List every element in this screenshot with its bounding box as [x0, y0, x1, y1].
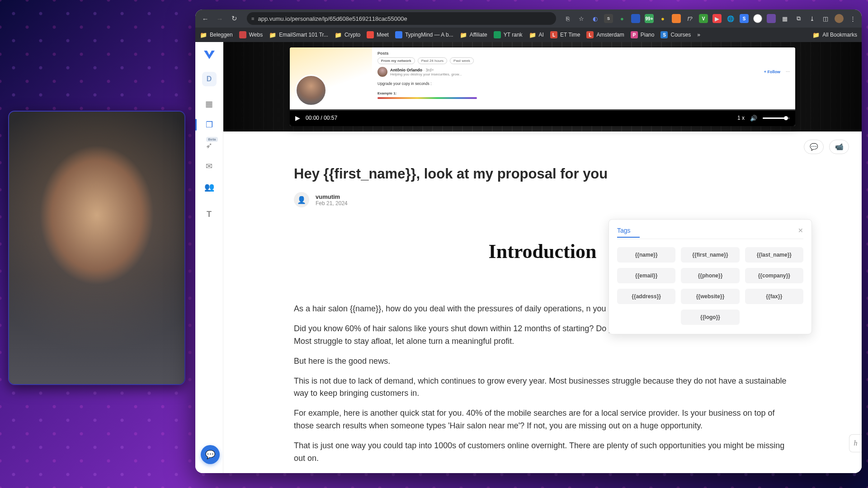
post-chip[interactable]: Past week	[450, 57, 474, 64]
video-controls: ▶ 00:00 / 00:57 1 x 🔊	[290, 110, 795, 126]
close-icon[interactable]: ✕	[798, 227, 803, 234]
paragraph[interactable]: But here is the good news.	[294, 355, 791, 368]
ext-icon-4[interactable]	[631, 14, 640, 23]
side-panel-icon[interactable]: ◫	[821, 14, 830, 23]
grid-icon: ▦	[205, 99, 213, 109]
post-chip[interactable]: From my network	[377, 57, 415, 64]
forward-button[interactable]: →	[214, 13, 225, 24]
playback-speed[interactable]: 1 x	[737, 115, 745, 121]
bookmark-item[interactable]: 📁Crypto	[335, 32, 360, 38]
ext-icon-12[interactable]: S	[740, 14, 749, 23]
post-chip[interactable]: Past 24 hours	[418, 57, 447, 64]
bookmark-item[interactable]: 📁Beleggen	[200, 32, 233, 38]
rail-people[interactable]: 👥	[195, 177, 223, 197]
chrome-menu-icon[interactable]: ⋮	[848, 14, 857, 23]
bookmark-item[interactable]: TypingMind — A b...	[395, 31, 453, 38]
back-button[interactable]: ←	[200, 13, 211, 24]
all-bookmarks[interactable]: 📁All Bookmarks	[812, 32, 857, 38]
reaction-bar	[377, 97, 477, 99]
install-app-icon[interactable]: ⎘	[563, 14, 572, 23]
tag-pill[interactable]: {{website}}	[681, 289, 739, 304]
follow-button[interactable]: + Follow	[764, 70, 780, 74]
comment-button[interactable]: 💬	[804, 140, 824, 154]
bookmarks-overflow[interactable]: »	[697, 32, 700, 38]
ext-icon-1[interactable]: ◐	[590, 14, 599, 23]
tag-pill[interactable]: {{fax}}	[745, 289, 803, 304]
author-avatar	[377, 67, 387, 77]
volume-slider[interactable]	[763, 117, 790, 119]
rail-text[interactable]: T	[195, 204, 223, 225]
bookmark-item[interactable]: 📁Affiliate	[460, 32, 487, 38]
tag-pill[interactable]: {{name}}	[617, 247, 675, 263]
tag-pill[interactable]: {{address}}	[617, 289, 675, 304]
rail-mail[interactable]: ✉	[195, 156, 223, 177]
folder-icon: 📁	[460, 32, 467, 38]
workspace-badge[interactable]: D	[202, 72, 217, 86]
ext-icon-10[interactable]: ▶	[712, 14, 722, 23]
camera-icon: 📹	[835, 143, 844, 151]
edge-handle[interactable]: h	[849, 434, 862, 452]
ext-icon-5[interactable]: 99+	[645, 14, 654, 23]
record-button[interactable]: 📹	[829, 140, 849, 154]
folder-icon: 📁	[269, 32, 276, 38]
rail-pages[interactable]: ❐	[195, 114, 223, 135]
ext-icon-13[interactable]	[753, 14, 762, 23]
volume-icon[interactable]: 🔊	[750, 115, 757, 122]
rocket-icon: ➶	[206, 141, 212, 150]
ext-icon-3[interactable]: ●	[618, 14, 627, 23]
tag-pill[interactable]: {{phone}}	[681, 268, 739, 283]
ext-icon-11[interactable]: 🌐	[726, 14, 735, 23]
ext-icon-14[interactable]	[767, 14, 776, 23]
chat-icon: 💬	[205, 450, 215, 460]
bookmark-item[interactable]: YT rank	[494, 31, 523, 38]
site-info-icon[interactable]: ≡	[251, 16, 254, 21]
bookmark-item[interactable]: PPiano	[631, 31, 655, 38]
tag-pill[interactable]: {{last_name}}	[745, 247, 803, 263]
tag-pill[interactable]: {{email}}	[617, 268, 675, 283]
paragraph[interactable]: That is just one way you could tap into …	[294, 440, 791, 465]
star-icon[interactable]: ☆	[577, 14, 586, 23]
url-bar[interactable]: ≡ app.vumu.io/personalize/lp/65d608e5169…	[247, 12, 556, 25]
folder-icon: 📁	[200, 32, 207, 38]
bookmark-item[interactable]: LET Time	[550, 31, 580, 38]
webcam-overlay	[8, 111, 185, 385]
ext-icon-2[interactable]: S	[604, 14, 613, 23]
page-heading[interactable]: Hey {{first_name}}, look at my proposal …	[294, 166, 791, 182]
beta-badge: Beta	[206, 137, 217, 142]
content-area: Posts From my network Past 24 hours Past…	[223, 42, 862, 473]
paragraph[interactable]: This is not due to lack of demand, which…	[294, 375, 791, 400]
play-button[interactable]: ▶	[295, 114, 300, 122]
ext-icon-7[interactable]	[672, 14, 681, 23]
tag-pill[interactable]: {{first_name}}	[681, 247, 739, 263]
bookmark-item[interactable]: LAmsterdam	[586, 31, 624, 38]
video-player: Posts From my network Past 24 hours Past…	[290, 47, 795, 126]
app-logo[interactable]	[202, 48, 217, 64]
author-name: Antônio Orlando · 3rd+	[390, 68, 434, 72]
bookmark-item[interactable]: Meet	[367, 31, 389, 38]
author-block: 👤 vumutim Feb 21, 2024	[294, 192, 791, 207]
post-menu-icon[interactable]: ⋯	[786, 70, 790, 74]
rail-dashboard[interactable]: ▦	[195, 94, 223, 114]
post-example: Example 1:	[377, 91, 790, 95]
logo-icon	[202, 48, 217, 64]
bookmark-item[interactable]: Webs	[239, 31, 263, 38]
favicon-icon: L	[550, 31, 557, 38]
ext-icon-6[interactable]: ●	[658, 14, 667, 23]
ext-icon-15[interactable]: ▦	[780, 14, 789, 23]
profile-avatar[interactable]	[835, 14, 844, 23]
ext-icon-8[interactable]: f?	[685, 14, 694, 23]
downloads-icon[interactable]: ⤓	[807, 14, 816, 23]
rail-launch[interactable]: ➶Beta	[195, 135, 223, 156]
support-chat-button[interactable]: 💬	[201, 445, 220, 464]
bookmark-item[interactable]: 📁AI	[529, 32, 544, 38]
bookmark-item[interactable]: SCourses	[660, 31, 691, 38]
bookmark-item[interactable]: 📁EmailSmart 101 Tr...	[269, 32, 328, 38]
tag-pill[interactable]: {{company}}	[745, 268, 803, 283]
video-progress-bar[interactable]	[290, 109, 795, 111]
ext-icon-9[interactable]: V	[699, 14, 708, 23]
tag-pill[interactable]: {{logo}}	[681, 310, 739, 325]
posts-heading: Posts	[377, 51, 790, 56]
extensions-icon[interactable]: ⧉	[794, 14, 803, 23]
paragraph[interactable]: For example, here is another quick stat …	[294, 407, 791, 432]
reload-button[interactable]: ↻	[229, 13, 240, 24]
